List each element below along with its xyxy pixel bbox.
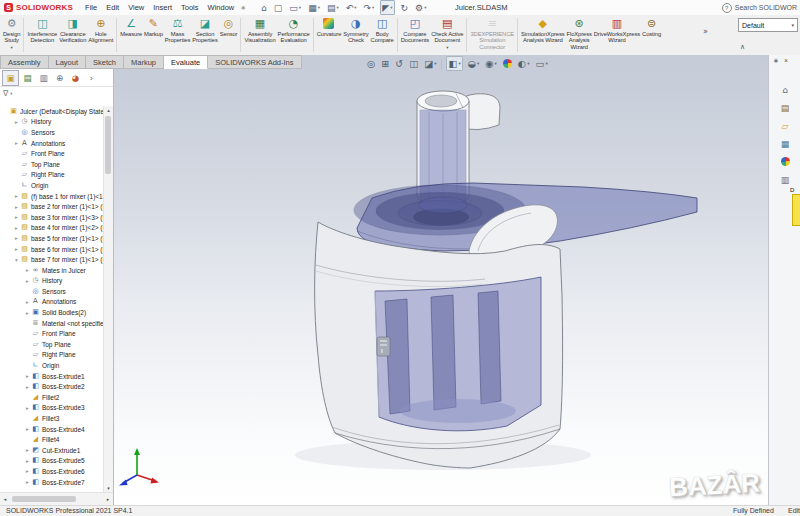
expand-arrow-icon[interactable]: ▸ <box>24 447 31 453</box>
tree-item-boss-extrude1[interactable]: ▸◧Boss-Extrude1 <box>0 371 104 382</box>
tree-item-boss-extrude5[interactable]: ▸◧Boss-Extrude5 <box>0 456 104 467</box>
scroll-right-icon[interactable]: ▸ <box>103 496 113 502</box>
configuration-dropdown[interactable]: Default ▾ <box>738 18 798 32</box>
tree-item-boss-extrude3[interactable]: ▸◧Boss-Extrude3 <box>0 403 104 414</box>
configurationmanager-tab[interactable]: ▥ <box>36 71 51 85</box>
search-input[interactable]: Search SOLIDWOR <box>735 4 797 11</box>
ribbon-design-study-button[interactable]: ⚙Design Study▾ <box>3 17 20 50</box>
tree-item-boss-extrude7[interactable]: ▸◧Boss-Extrude7 <box>0 477 104 488</box>
tree-item-right-plane[interactable]: ▱Right Plane <box>0 350 104 361</box>
tree-item-boss-extrude2[interactable]: ▸◧Boss-Extrude2 <box>0 381 104 392</box>
ribbon-symmetry-check-button[interactable]: ◑Symmetry Check <box>343 17 368 44</box>
filter-funnel-icon[interactable]: ∇ <box>3 89 8 98</box>
expand-arrow-icon[interactable]: ▸ <box>13 140 20 146</box>
ribbon-driveworksxpress-wizard-button[interactable]: ▥DriveWorksXpress Wizard <box>594 17 640 44</box>
tree-item-front-plane[interactable]: ▱Front Plane <box>0 148 104 159</box>
open-icon[interactable]: ▭▾ <box>288 1 302 14</box>
displaymanager-tab[interactable]: ◕ <box>68 71 83 85</box>
tree-item-base-7-for-mixer-1-1-defau[interactable]: ▾▧base 7 for mixer (1)<1> (Defau <box>0 254 104 265</box>
undo-icon[interactable]: ↶▾ <box>345 1 358 14</box>
expand-arrow-icon[interactable]: ▸ <box>13 193 20 199</box>
menu-insert[interactable]: Insert <box>153 3 172 12</box>
menu-view[interactable]: View <box>128 3 144 12</box>
scrollbar-thumb[interactable] <box>12 496 76 502</box>
search-box[interactable]: ? Search SOLIDWOR <box>722 0 797 15</box>
custom-properties-icon[interactable]: ▥ <box>777 173 794 186</box>
expand-arrow-icon[interactable]: ▸ <box>13 204 20 210</box>
ribbon-overflow-chevron[interactable]: » <box>703 27 708 36</box>
select-icon[interactable]: ◤▾ <box>380 0 394 15</box>
tree-item-base-4-for-mixer-1-2-defau[interactable]: ▸▧base 4 for mixer (1)<2> (Defau <box>0 223 104 234</box>
tree-item-material-not-specified[interactable]: ≣Material <not specified> <box>0 318 104 329</box>
expand-arrow-icon[interactable]: ▾ <box>13 257 20 263</box>
tree-item-fillet2[interactable]: ◢Fillet2 <box>0 392 104 403</box>
menu-tools[interactable]: Tools <box>181 3 199 12</box>
pin-icon[interactable]: ∗ <box>773 57 779 69</box>
tree-item-history[interactable]: ▸◷History <box>0 276 104 287</box>
ribbon-performance-evaluation-button[interactable]: ◔Performance Evaluation <box>278 17 310 44</box>
ribbon-collapse-arrow[interactable]: ∧ <box>740 43 745 51</box>
tree-item-annotations[interactable]: ▸AAnnotations <box>0 297 104 308</box>
ribbon-clearance-verification-button[interactable]: ◨Clearance Verification <box>59 17 86 44</box>
ribbon-check-active-document-button[interactable]: ▤Check Active Document▾ <box>431 17 463 50</box>
options-icon[interactable]: ⚙▾ <box>414 1 427 14</box>
expand-arrow-icon[interactable]: ▸ <box>24 299 31 305</box>
ribbon-floxpress-analysis-wizard-button[interactable]: ⊛FloXpress Analysis Wizard <box>567 17 592 50</box>
tree-item-front-plane[interactable]: ▱Front Plane <box>0 328 104 339</box>
featuremanager-tree-tab[interactable]: ▣ <box>2 70 19 86</box>
scroll-left-icon[interactable]: ◂ <box>0 496 10 502</box>
tree-item-base-3-for-mixer-1-3-defau[interactable]: ▸▧base 3 for mixer (1)<3> (Defau <box>0 212 104 223</box>
tree-item-origin[interactable]: ∟Origin <box>0 360 104 371</box>
tree-item-origin[interactable]: ∟Origin <box>0 180 104 191</box>
ribbon-interference-detection-button[interactable]: ◫Interference Detection <box>27 17 57 44</box>
scroll-up-icon[interactable]: ▴ <box>104 106 113 115</box>
expand-arrow-icon[interactable]: ▸ <box>24 267 31 273</box>
scrollbar-thumb[interactable] <box>105 116 111 174</box>
tab-layout[interactable]: Layout <box>49 55 87 69</box>
expand-arrow-icon[interactable]: ▸ <box>24 310 31 316</box>
graphics-area[interactable]: ◎⊞↺◫◪▾◧▾◒▾◉▾◐▾▭▾ <box>113 55 768 505</box>
ribbon-curvature-button[interactable]: Curvature <box>317 17 342 37</box>
ribbon-simulationxpress-analysis-wizard-button[interactable]: ◆SimulationXpress Analysis Wizard <box>521 17 565 44</box>
view-palette-icon[interactable]: ▦ <box>777 137 794 150</box>
ribbon-costing-button[interactable]: ⊜Costing <box>642 17 661 37</box>
tree-item-cut-extrude1[interactable]: ▸◩Cut-Extrude1 <box>0 445 104 456</box>
tab-markup[interactable]: Markup <box>124 55 164 69</box>
ribbon-hole-alignment-button[interactable]: ⊕Hole Alignment <box>88 17 113 44</box>
tree-item-top-plane[interactable]: ▱Top Plane <box>0 159 104 170</box>
tree-item-base-6-for-mixer-1-1-defau[interactable]: ▸▧base 6 for mixer (1)<1> (Defau <box>0 244 104 255</box>
ribbon-mass-properties-button[interactable]: ⚖Mass Properties <box>165 17 190 44</box>
menu-pin-icon[interactable]: ∗ <box>240 4 246 12</box>
tree-item-base-5-for-mixer-1-1-defau[interactable]: ▸▧base 5 for mixer (1)<1> (Defau <box>0 233 104 244</box>
solidworks-resources-icon[interactable]: ⌂ <box>777 83 794 96</box>
expand-arrow-icon[interactable]: ▸ <box>24 373 31 379</box>
expand-arrow-icon[interactable]: ▸ <box>24 468 31 474</box>
tab-assembly[interactable]: Assembly <box>0 55 49 69</box>
tree-item-juicer-default-display-state-1[interactable]: ▣Juicer (Default<Display State-1>) <box>0 106 104 117</box>
tree-horizontal-scrollbar[interactable]: ◂ ▸ <box>0 492 113 505</box>
tree-item-top-plane[interactable]: ▱Top Plane <box>0 339 104 350</box>
tree-item-fillet4[interactable]: ◢Fillet4 <box>0 434 104 445</box>
propertymanager-tab[interactable]: ▤ <box>20 71 35 85</box>
redo-icon[interactable]: ↷▾ <box>363 1 376 14</box>
file-explorer-icon[interactable]: ▱ <box>777 119 794 132</box>
scrollbar-track[interactable] <box>10 495 103 503</box>
ribbon-sensor-button[interactable]: ◎Sensor <box>220 17 238 37</box>
help-icon[interactable]: ? <box>722 3 732 13</box>
tree-item-base-2-for-mixer-1-1-defau[interactable]: ▸▧base 2 for mixer (1)<1> (Defau <box>0 201 104 212</box>
tree-item-boss-extrude6[interactable]: ▸◧Boss-Extrude6 <box>0 466 104 477</box>
tree-item-annotations[interactable]: ▸AAnnotations <box>0 138 104 149</box>
tree-item-history[interactable]: ▸◷History <box>0 117 104 128</box>
save-icon[interactable]: ▦▾ <box>307 1 321 14</box>
expand-arrow-icon[interactable]: ▸ <box>24 458 31 464</box>
design-library-icon[interactable]: ▤ <box>777 101 794 114</box>
juicer-model[interactable] <box>113 55 768 505</box>
expand-arrow-icon[interactable]: ▸ <box>24 426 31 432</box>
rebuild-icon[interactable]: ↻ <box>400 1 410 14</box>
dimxpertmanager-tab[interactable]: ⊕ <box>52 71 67 85</box>
tree-item-sensors[interactable]: ◎Sensors <box>0 127 104 138</box>
home-icon[interactable]: ⌂ <box>260 1 268 14</box>
tree-item-f-base-1-for-mixer-1-1-def[interactable]: ▸▧(f) base 1 for mixer (1)<1> (Def <box>0 191 104 202</box>
new-document-icon[interactable]: ▢ <box>273 1 284 14</box>
expand-arrow-icon[interactable]: ▸ <box>24 278 31 284</box>
